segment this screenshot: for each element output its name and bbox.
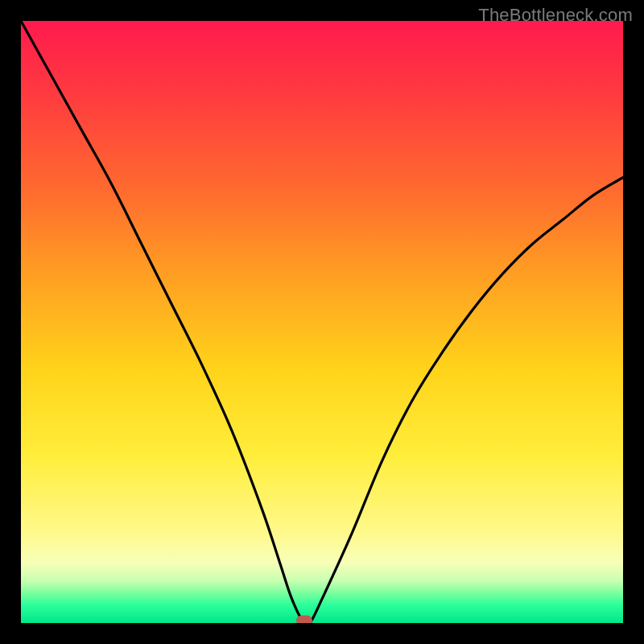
curve-svg: [21, 21, 623, 623]
bottleneck-curve: [21, 21, 623, 623]
chart-frame: TheBottleneck.com: [0, 0, 644, 644]
optimal-point-marker: [296, 616, 312, 624]
plot-area: [21, 21, 623, 623]
